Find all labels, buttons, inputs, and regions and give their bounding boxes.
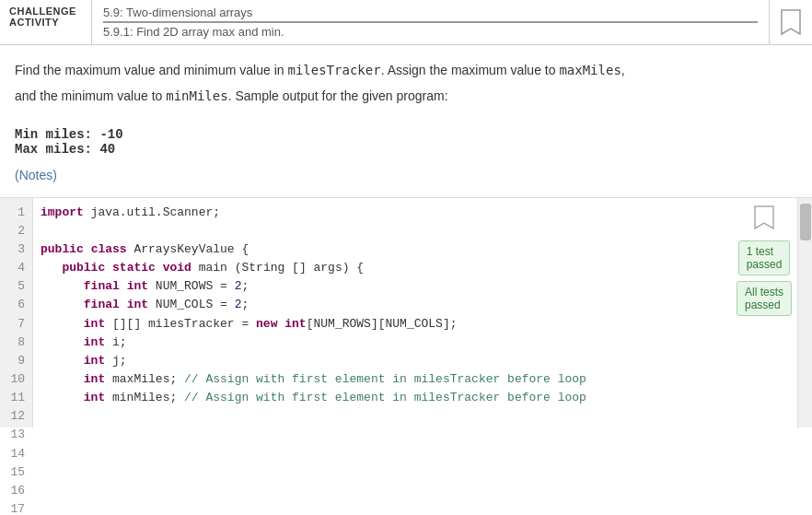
- output-line1: Min miles: -10: [15, 127, 797, 142]
- code-line-6: final int NUM_COLS = 2;: [41, 296, 790, 314]
- code-line-5: final int NUM_ROWS = 2;: [41, 277, 790, 296]
- code-line-1: import java.util.Scanner;: [41, 204, 790, 222]
- line-numbers: 12345678910111213141516171819: [0, 198, 33, 427]
- challenge-label: CHALLENGE: [9, 6, 82, 17]
- code-line-11: int minMiles; // Assign with first eleme…: [41, 389, 790, 407]
- bookmark-icon[interactable]: [769, 0, 812, 44]
- output-line2: Max miles: 40: [15, 142, 797, 157]
- code-line-10: int maxMiles; // Assign with first eleme…: [41, 370, 790, 389]
- notes-link[interactable]: (Notes): [0, 160, 812, 190]
- svg-marker-0: [782, 10, 800, 34]
- breadcrumb-top: 5.9: Two-dimensional arrays: [103, 6, 758, 23]
- code-line-13: milesTracker[0][0] = -10;: [41, 426, 790, 427]
- code-line-12: [41, 407, 790, 426]
- code-line-3: public class ArraysKeyValue {: [41, 240, 790, 259]
- code-editor: 12345678910111213141516171819 import jav…: [0, 197, 812, 427]
- test2-badge: All tests passed: [737, 281, 792, 316]
- description-area: Find the maximum value and minimum value…: [0, 45, 812, 120]
- breadcrumb: 5.9: Two-dimensional arrays 5.9.1: Find …: [92, 0, 769, 44]
- activity-label: ACTIVITY: [9, 17, 82, 28]
- header: CHALLENGE ACTIVITY 5.9: Two-dimensional …: [0, 0, 812, 45]
- code-line-2: [41, 222, 790, 240]
- code-line-7: int [][] milesTracker = new int[NUM_ROWS…: [41, 315, 790, 334]
- sample-output: Min miles: -10 Max miles: 40: [0, 120, 812, 160]
- description-line2: and the minimum value to minMiles. Sampl…: [15, 86, 797, 106]
- code-line-8: int i;: [41, 334, 790, 352]
- code-line-9: int j;: [41, 352, 790, 370]
- scroll-thumb[interactable]: [800, 204, 811, 240]
- bookmark-badge: [754, 205, 774, 229]
- code-content[interactable]: import java.util.Scanner; public class A…: [33, 198, 797, 427]
- challenge-activity-label: CHALLENGE ACTIVITY: [0, 0, 92, 44]
- code-line-4: public static void main (String [] args)…: [41, 259, 790, 277]
- description-line1: Find the maximum value and minimum value…: [15, 60, 797, 80]
- svg-marker-1: [755, 206, 773, 228]
- test-results-badges: 1 test passed All tests passed: [737, 205, 792, 316]
- test1-badge: 1 test passed: [738, 240, 791, 275]
- breadcrumb-bottom: 5.9.1: Find 2D array max and min.: [103, 25, 758, 39]
- vertical-scrollbar[interactable]: [797, 198, 812, 427]
